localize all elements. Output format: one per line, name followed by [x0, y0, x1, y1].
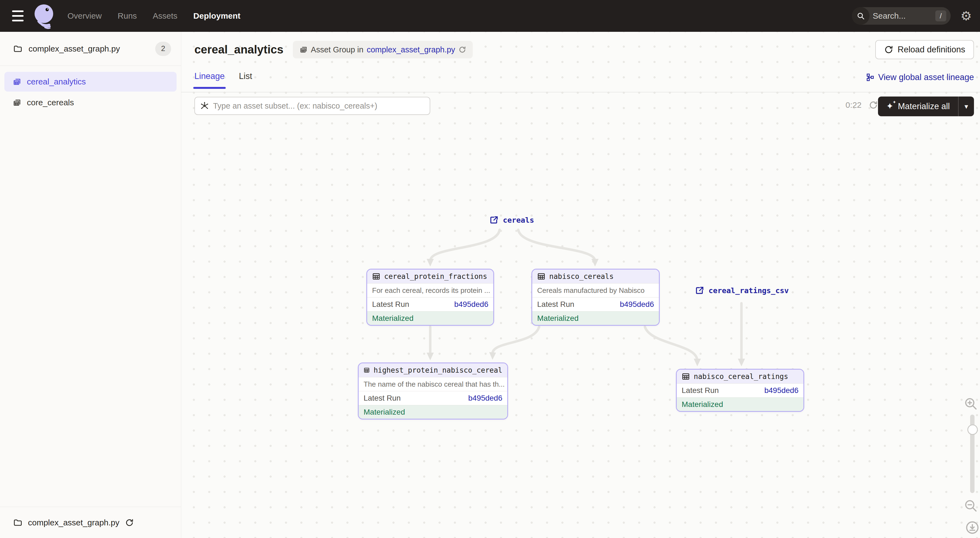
asset-name: cereal_protein_fractions	[384, 272, 487, 280]
sidebar-repo-row[interactable]: complex_asset_graph.py 2	[0, 32, 181, 66]
sidebar-item-cereal-analytics[interactable]: cereal_analytics	[5, 72, 177, 92]
asset-node-nabisco-cereals[interactable]: nabisco_cereals Cereals manufactured by …	[531, 269, 660, 326]
latest-run-label: Latest Run	[537, 300, 574, 309]
repo-name: complex_asset_graph.py	[29, 44, 155, 54]
status-badge: Materialized	[532, 311, 659, 325]
table-icon	[364, 366, 370, 374]
run-id-link[interactable]: b495ded6	[468, 394, 502, 403]
asset-group-list: cereal_analytics core_cereals	[0, 66, 181, 119]
status-badge: Materialized	[367, 311, 493, 325]
tab-lineage[interactable]: Lineage	[194, 71, 224, 89]
tab-list[interactable]: List	[239, 71, 252, 89]
asset-name: nabisco_cereal_ratings	[694, 372, 788, 380]
dagster-logo-icon[interactable]	[26, 0, 56, 32]
search-box[interactable]: /	[852, 7, 951, 25]
latest-run-label: Latest Run	[364, 394, 401, 403]
asset-subset-input[interactable]	[213, 102, 425, 110]
asset-group-label: Asset Group in	[311, 45, 364, 54]
refresh-icon[interactable]	[869, 100, 878, 110]
run-id-link[interactable]: b495ded6	[454, 300, 488, 309]
asset-description: For each cereal, records its protein ...	[367, 283, 493, 297]
materialize-button-group: ✦✦ Materialize all ▾	[878, 97, 974, 116]
sidebar-item-core-cereals[interactable]: core_cereals	[5, 93, 177, 112]
asset-node-nabisco-cereal-ratings[interactable]: nabisco_cereal_ratings Latest Run b495de…	[676, 369, 804, 412]
reload-icon	[884, 45, 893, 54]
external-asset-cereal-ratings-csv[interactable]: cereal_ratings_csv	[695, 286, 789, 295]
latest-run-label: Latest Run	[682, 386, 719, 395]
folder-icon	[13, 518, 22, 527]
asset-node-highest-protein-nabisco-cereal[interactable]: highest_protein_nabisco_cereal The name …	[358, 363, 508, 420]
sidebar-item-label: core_cereals	[27, 98, 74, 107]
search-icon	[852, 7, 870, 25]
footer-repo-name: complex_asset_graph.py	[28, 518, 119, 527]
folder-icon	[13, 44, 22, 54]
latest-run-label: Latest Run	[372, 300, 409, 309]
search-shortcut-badge: /	[935, 10, 946, 21]
asset-subset-filter[interactable]	[194, 97, 430, 115]
asset-group-file-link[interactable]: complex_asset_graph.py	[367, 45, 455, 54]
external-asset-cereals[interactable]: cereals	[490, 215, 534, 224]
nav-links: Overview Runs Assets Deployment	[67, 11, 240, 21]
view-global-asset-lineage-link[interactable]: View global asset lineage	[865, 72, 974, 82]
status-badge: Materialized	[677, 397, 803, 411]
refresh-timer: 0:22	[846, 100, 862, 110]
nav-overview[interactable]: Overview	[67, 11, 102, 21]
table-icon	[682, 372, 690, 380]
sidebar: complex_asset_graph.py 2 cereal_analytic…	[0, 32, 181, 538]
status-badge: Materialized	[359, 405, 507, 419]
search-input[interactable]	[873, 11, 925, 21]
table-icon	[372, 272, 380, 280]
tabs-divider	[181, 92, 980, 92]
run-id-link[interactable]: b495ded6	[620, 300, 654, 309]
top-nav: Overview Runs Assets Deployment / ⚙	[0, 0, 980, 32]
sparkle-icon: ✦✦	[886, 102, 894, 110]
asset-description: The name of the nabisco cereal that has …	[359, 377, 507, 391]
external-link-icon	[695, 286, 704, 295]
sidebar-footer[interactable]: complex_asset_graph.py	[0, 507, 181, 538]
asset-graph-filter-icon	[200, 101, 209, 110]
reload-icon[interactable]	[125, 518, 134, 527]
materialize-all-button[interactable]: ✦✦ Materialize all	[878, 97, 958, 116]
nav-deployment[interactable]: Deployment	[193, 11, 240, 21]
asset-description: Cereals manufactured by Nabisco	[532, 283, 659, 297]
settings-gear-icon[interactable]: ⚙	[961, 10, 972, 22]
table-icon	[537, 272, 546, 280]
asset-group-icon	[13, 77, 21, 86]
asset-node-cereal-protein-fractions[interactable]: cereal_protein_fractions For each cereal…	[366, 269, 494, 326]
asset-group-icon	[13, 98, 21, 107]
lineage-graph-icon	[865, 73, 875, 82]
asset-name: nabisco_cereals	[549, 272, 614, 280]
nav-assets[interactable]: Assets	[153, 11, 177, 21]
reload-definitions-button[interactable]: Reload definitions	[875, 40, 974, 59]
zoom-out-icon[interactable]	[964, 498, 978, 513]
external-link-icon	[490, 215, 498, 224]
materialize-dropdown-caret[interactable]: ▾	[959, 97, 974, 116]
fit-view-download-icon[interactable]	[965, 520, 980, 535]
hamburger-menu-icon[interactable]	[0, 0, 26, 32]
run-id-link[interactable]: b495ded6	[764, 386, 799, 395]
page-title: cereal_analytics	[194, 43, 283, 56]
nav-runs[interactable]: Runs	[118, 11, 137, 21]
sidebar-item-label: cereal_analytics	[27, 77, 86, 86]
repo-count-badge: 2	[155, 42, 171, 56]
asset-group-pill: Asset Group in complex_asset_graph.py	[293, 41, 473, 59]
asset-name: highest_protein_nabisco_cereal	[374, 366, 502, 374]
zoom-in-icon[interactable]	[964, 396, 978, 411]
zoom-slider-handle[interactable]	[967, 425, 978, 435]
page-header: cereal_analytics Asset Group in complex_…	[181, 32, 980, 67]
reload-icon[interactable]	[458, 46, 466, 54]
tabs-row: Lineage List View global asset lineage	[181, 67, 980, 92]
